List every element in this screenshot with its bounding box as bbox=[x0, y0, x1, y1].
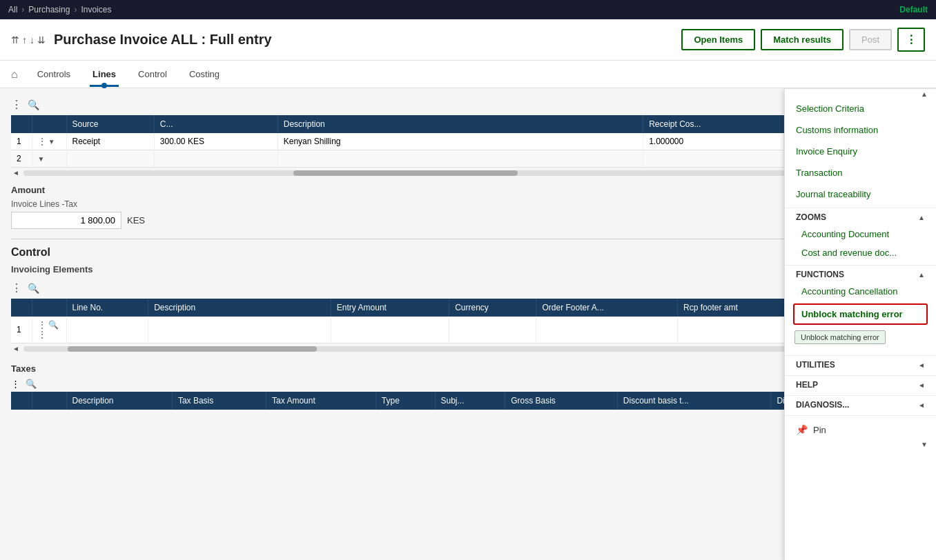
tax-col-tax-amount: Tax Amount bbox=[266, 392, 376, 410]
nav-prev[interactable]: ↑ bbox=[22, 34, 27, 46]
col-receipt-cost: Receipt Cos... bbox=[643, 115, 784, 133]
panel-scroll-down[interactable]: ▼ bbox=[921, 441, 928, 448]
inv-row-search-icon[interactable]: 🔍 bbox=[48, 320, 59, 330]
lines-dots-icon[interactable]: ⋮ bbox=[11, 98, 22, 111]
main-content: ⋮ 🔍 Source C... Description Receipt Cos.… bbox=[0, 88, 936, 560]
currency-label: KES bbox=[127, 215, 145, 226]
default-label: Default bbox=[899, 5, 928, 14]
panel-unblock-matching-error[interactable]: Unblock matching error Unblock matching … bbox=[793, 303, 928, 325]
invoicing-search-icon[interactable]: 🔍 bbox=[28, 283, 39, 294]
tax-col-description: Description bbox=[66, 392, 172, 410]
panel-accounting-document[interactable]: Accounting Document bbox=[785, 225, 936, 243]
inv-col-order-footer: Order Footer A... bbox=[536, 299, 678, 317]
taxes-search-icon[interactable]: 🔍 bbox=[26, 379, 37, 389]
inv-col-currency: Currency bbox=[449, 299, 536, 317]
more-menu-button[interactable]: ⋮ bbox=[897, 28, 925, 52]
match-results-button[interactable]: Match results bbox=[761, 29, 844, 50]
taxes-dots-icon[interactable]: ⋮ bbox=[11, 379, 20, 389]
panel-section-zooms[interactable]: ZOOMS ▲ bbox=[785, 208, 936, 225]
page-title: Purchase Invoice ALL : Full entry bbox=[54, 32, 681, 48]
nav-next[interactable]: ↓ bbox=[30, 34, 35, 46]
tax-col-type: Type bbox=[376, 392, 435, 410]
inv-row-more-icon[interactable]: ⋮ bbox=[38, 330, 46, 339]
breadcrumb-all[interactable]: All bbox=[8, 5, 17, 14]
panel-section-utilities[interactable]: UTILITIES ◄ bbox=[785, 355, 936, 372]
pin-icon: 📌 bbox=[796, 424, 808, 435]
scroll-left-arrow[interactable]: ◄ bbox=[11, 169, 21, 177]
cell-receipt-cost bbox=[643, 150, 784, 168]
cell-description bbox=[277, 150, 643, 168]
tab-home-icon[interactable]: ⌂ bbox=[11, 68, 18, 81]
nav-first[interactable]: ⇈ bbox=[11, 34, 19, 46]
lines-scroll-thumb[interactable] bbox=[293, 170, 518, 176]
inv-scroll-thumb[interactable] bbox=[68, 346, 317, 352]
inv-row-actions: ⋮ 🔍 ⋮ bbox=[32, 317, 66, 343]
inv-scroll-left-arrow[interactable]: ◄ bbox=[11, 345, 21, 352]
col-description: Description bbox=[277, 115, 643, 133]
inv-col-actions bbox=[32, 299, 66, 317]
inv-scroll-track[interactable] bbox=[23, 346, 913, 352]
utilities-chevron: ◄ bbox=[918, 361, 925, 369]
col-checkbox bbox=[11, 115, 32, 133]
row-dots-icon[interactable]: ⋮ bbox=[38, 137, 46, 146]
row-num: 2 bbox=[11, 150, 32, 168]
inv-row-dots-icon[interactable]: ⋮ bbox=[38, 320, 46, 330]
cell-receipt-cost: 1.000000 bbox=[643, 133, 784, 150]
panel-scroll-up[interactable]: ▲ bbox=[921, 90, 928, 98]
panel-section-functions[interactable]: FUNCTIONS ▲ bbox=[785, 265, 936, 282]
col-source: Source bbox=[66, 115, 154, 133]
tab-controls[interactable]: Controls bbox=[35, 62, 73, 87]
row-num: 1 bbox=[11, 133, 32, 150]
inv-col-checkbox bbox=[11, 299, 32, 317]
unblock-tooltip: Unblock matching error bbox=[794, 330, 886, 344]
panel-link-selection-criteria[interactable]: Selection Criteria bbox=[785, 98, 936, 119]
breadcrumb-invoices[interactable]: Invoices bbox=[81, 5, 111, 14]
cell-c bbox=[154, 150, 277, 168]
panel-link-transaction[interactable]: Transaction bbox=[785, 162, 936, 183]
panel-accounting-cancellation[interactable]: Accounting Cancellation bbox=[785, 282, 936, 301]
help-chevron: ◄ bbox=[918, 381, 925, 389]
inv-col-description: Description bbox=[148, 299, 331, 317]
tax-col-discount1: Discount basis t... bbox=[617, 392, 771, 410]
tax-col-actions bbox=[32, 392, 66, 410]
panel-cost-revenue[interactable]: Cost and revenue doc... bbox=[785, 243, 936, 262]
row-dropdown-icon[interactable]: ▼ bbox=[38, 155, 45, 163]
breadcrumb-purchasing[interactable]: Purchasing bbox=[28, 5, 70, 14]
tax-col-checkbox bbox=[11, 392, 32, 410]
tab-bar: ⌂ Controls Lines Control Costing bbox=[0, 61, 936, 88]
panel-section-diagnosis[interactable]: DIAGNOSIS... ◄ bbox=[785, 395, 936, 412]
diagnosis-chevron: ◄ bbox=[918, 401, 925, 409]
tax-col-gross-basis: Gross Basis bbox=[505, 392, 618, 410]
panel-link-customs-info[interactable]: Customs information bbox=[785, 119, 936, 141]
cell-description: Kenyan Shilling bbox=[277, 133, 643, 150]
dropdown-panel: ▲ Selection Criteria Customs information… bbox=[784, 88, 936, 560]
invoicing-dots-icon[interactable]: ⋮ bbox=[11, 281, 22, 294]
row-actions: ▼ bbox=[32, 150, 66, 168]
cell-source: Receipt bbox=[66, 133, 154, 150]
functions-chevron: ▲ bbox=[918, 271, 925, 279]
invoice-lines-tax-input[interactable] bbox=[11, 212, 121, 229]
cell-c: 300.00 KES bbox=[154, 133, 277, 150]
tab-lines[interactable]: Lines bbox=[90, 62, 119, 87]
nav-last[interactable]: ⇊ bbox=[37, 34, 46, 46]
post-button: Post bbox=[849, 29, 892, 50]
cell-source bbox=[66, 150, 154, 168]
panel-link-journal-traceability[interactable]: Journal traceability bbox=[785, 183, 936, 205]
open-items-button[interactable]: Open Items bbox=[681, 29, 755, 50]
row-dropdown-icon[interactable]: ▼ bbox=[48, 138, 55, 146]
row-actions: ⋮ ▼ bbox=[32, 133, 66, 150]
col-actions bbox=[32, 115, 66, 133]
tab-active-indicator bbox=[101, 83, 107, 88]
lines-search-icon[interactable]: 🔍 bbox=[28, 99, 39, 110]
header-actions: Open Items Match results Post ⋮ bbox=[681, 28, 925, 52]
zooms-chevron: ▲ bbox=[918, 214, 925, 221]
inv-row-num: 1 bbox=[11, 317, 32, 343]
tab-control[interactable]: Control bbox=[135, 62, 170, 87]
nav-arrows: ⇈ ↑ ↓ ⇊ bbox=[11, 34, 46, 46]
breadcrumb-bar: All › Purchasing › Invoices Default bbox=[0, 0, 936, 19]
panel-link-invoice-enquiry[interactable]: Invoice Enquiry bbox=[785, 141, 936, 162]
pin-item[interactable]: 📌 Pin bbox=[785, 419, 936, 441]
panel-divider bbox=[785, 415, 936, 416]
tab-costing[interactable]: Costing bbox=[186, 62, 222, 87]
panel-section-help[interactable]: HELP ◄ bbox=[785, 375, 936, 392]
